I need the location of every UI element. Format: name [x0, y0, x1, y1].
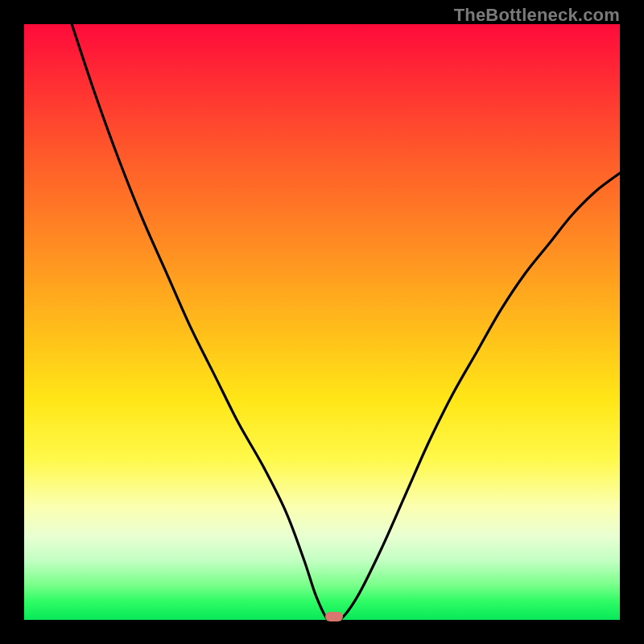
plot-area — [24, 24, 620, 620]
bottleneck-curve-path — [72, 24, 620, 620]
optimum-marker — [325, 612, 343, 621]
chart-frame: TheBottleneck.com — [0, 0, 644, 644]
curve-svg — [24, 24, 620, 620]
watermark-text: TheBottleneck.com — [454, 5, 620, 26]
